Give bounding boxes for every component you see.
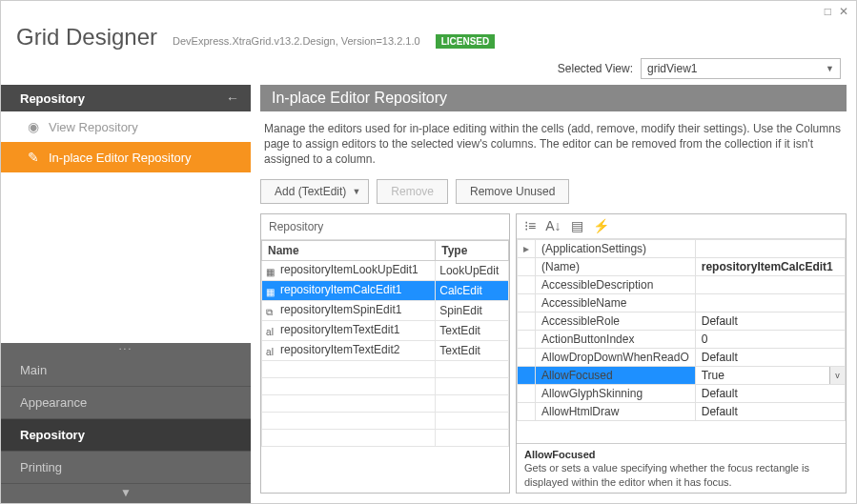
calc-icon: ▦ (266, 287, 277, 298)
pg-row[interactable]: AccessibleRoleDefault (518, 312, 846, 330)
text-icon: aI (266, 327, 277, 338)
pg-row[interactable]: AccessibleDescription (518, 275, 846, 293)
pg-value[interactable]: Default (695, 312, 845, 330)
pg-row[interactable]: AllowHtmlDrawDefault (518, 402, 846, 420)
remove-unused-button[interactable]: Remove Unused (456, 179, 569, 204)
pg-label: AllowHtmlDraw (536, 402, 696, 420)
empty-row (262, 412, 509, 429)
sidebar-section-header: Repository ← (1, 85, 251, 111)
repository-pane: Repository Name Type ▦repositoryItemLook… (260, 213, 510, 494)
pg-value[interactable] (695, 239, 845, 257)
table-row[interactable]: aIrepositoryItemTextEdit1 TextEdit (262, 320, 509, 340)
designer-window: □ ✕ Grid Designer DevExpress.XtraGrid.v1… (0, 0, 857, 504)
editor-toolbar: Add (TextEdit) ▼ Remove Remove Unused (260, 179, 847, 213)
property-help-panel: AllowFocused Gets or sets a value specif… (517, 443, 846, 493)
sidebar-nav-repository[interactable]: Repository (1, 419, 251, 452)
table-row[interactable]: ⧉repositoryItemSpinEdit1 SpinEdit (262, 300, 509, 320)
sidebar-nav-printing[interactable]: Printing (1, 452, 251, 484)
sidebar-item-inplace-editor-repository[interactable]: ✎ In-place Editor Repository (1, 142, 251, 172)
pg-value[interactable]: Default (695, 384, 845, 402)
col-header-type[interactable]: Type (436, 240, 509, 260)
sidebar-section-title: Repository (20, 91, 85, 106)
license-badge: LICENSED (436, 34, 496, 49)
col-header-name[interactable]: Name (262, 240, 436, 260)
property-grid: ▸(ApplicationSettings) (Name)repositoryI… (517, 239, 846, 421)
pg-value[interactable]: 0 (695, 330, 845, 348)
chevron-down-icon: ▼ (826, 64, 834, 73)
back-arrow-icon[interactable]: ← (226, 91, 239, 106)
table-row[interactable]: aIrepositoryItemTextEdit2 TextEdit (262, 340, 509, 360)
property-grid-pane: ⁝≡ A↓ ▤ ⚡ ▸(ApplicationSettings) (Name)r… (516, 213, 847, 494)
pg-row[interactable]: (Name)repositoryItemCalcEdit1 (518, 257, 846, 275)
chevron-down-icon: ▼ (352, 187, 360, 196)
pg-label: (ApplicationSettings) (536, 239, 696, 257)
empty-row (262, 360, 509, 377)
empty-row (262, 394, 509, 412)
alphabetical-icon[interactable]: A↓ (545, 218, 561, 233)
pg-row[interactable]: ▸(ApplicationSettings) (518, 239, 846, 257)
titlebar: □ ✕ (1, 1, 856, 20)
eye-icon: ◉ (28, 119, 39, 134)
cell-type: TextEdit (436, 340, 509, 360)
sidebar-divider[interactable]: ... (1, 343, 251, 354)
sidebar-nav-label: Appearance (20, 395, 87, 410)
sidebar-nav-label: Repository (20, 428, 85, 442)
assembly-label: DevExpress.XtraGrid.v13.2.Design, Versio… (173, 35, 420, 47)
remove-button[interactable]: Remove (377, 179, 448, 204)
pg-label: AccessibleDescription (536, 275, 696, 293)
sidebar-item-view-repository[interactable]: ◉ View Repository (1, 111, 251, 142)
sidebar-nav-appearance[interactable]: Appearance (1, 387, 251, 419)
pg-label: AllowGlyphSkinning (536, 384, 696, 402)
remove-unused-button-label: Remove Unused (470, 185, 555, 198)
events-icon[interactable]: ⚡ (593, 218, 609, 233)
selected-view-value: gridView1 (647, 62, 697, 75)
panel-title: In-place Editor Repository (260, 85, 847, 111)
cell-name: repositoryItemSpinEdit1 (280, 303, 401, 316)
selected-view-dropdown[interactable]: gridView1 ▼ (641, 58, 841, 79)
main-area: Repository ← ◉ View Repository ✎ In-plac… (1, 85, 856, 503)
pg-label: AllowFocused (536, 366, 696, 384)
maximize-icon[interactable]: □ (825, 5, 831, 18)
split-panes: Repository Name Type ▦repositoryItemLook… (260, 213, 847, 494)
cell-name: repositoryItemTextEdit2 (280, 343, 399, 356)
sidebar-nav-label: Main (20, 363, 47, 377)
categorized-icon[interactable]: ⁝≡ (524, 218, 536, 233)
table-row[interactable]: ▦repositoryItemLookUpEdit1 LookUpEdit (262, 260, 509, 280)
property-grid-body[interactable]: ▸(ApplicationSettings) (Name)repositoryI… (517, 239, 846, 444)
add-button[interactable]: Add (TextEdit) ▼ (260, 179, 369, 204)
pg-label: AccessibleName (536, 293, 696, 312)
sidebar-nav-main[interactable]: Main (1, 354, 251, 387)
pg-row[interactable]: AccessibleName (518, 293, 846, 312)
content-area: In-place Editor Repository Manage the ed… (251, 85, 856, 503)
sidebar-expand-icon[interactable]: ▼ (1, 484, 251, 503)
expand-icon[interactable]: ▸ (518, 239, 536, 257)
selected-view-label: Selected View: (558, 62, 633, 75)
selected-view-row: Selected View: gridView1 ▼ (1, 58, 856, 85)
pg-row[interactable]: AllowFocusedTruev (518, 366, 846, 384)
sidebar-item-label: In-place Editor Repository (49, 151, 192, 165)
empty-row (262, 429, 509, 446)
pg-row[interactable]: ActionButtonIndex0 (518, 330, 846, 348)
dropdown-handle-icon[interactable]: v (829, 367, 845, 384)
sidebar-nav-label: Printing (20, 460, 62, 474)
pg-value[interactable]: Default (695, 348, 845, 366)
pg-value[interactable]: Truev (695, 366, 845, 384)
property-pages-icon[interactable]: ▤ (571, 218, 583, 233)
close-icon[interactable]: ✕ (839, 5, 848, 18)
pg-label: (Name) (536, 257, 696, 275)
pg-label: AllowDropDownWhenReadO (536, 348, 696, 366)
edit-icon: ✎ (28, 150, 39, 165)
pg-row[interactable]: AllowGlyphSkinningDefault (518, 384, 846, 402)
pg-label: ActionButtonIndex (536, 330, 696, 348)
cell-type: SpinEdit (436, 300, 509, 320)
table-row[interactable]: ▦repositoryItemCalcEdit1 CalcEdit (262, 280, 509, 300)
repository-table[interactable]: Name Type ▦repositoryItemLookUpEdit1 Loo… (261, 240, 509, 447)
pg-value[interactable] (695, 293, 845, 312)
pg-label: AccessibleRole (536, 312, 696, 330)
pg-value[interactable]: repositoryItemCalcEdit1 (695, 257, 845, 275)
pg-value[interactable]: Default (695, 402, 845, 420)
cell-name: repositoryItemLookUpEdit1 (280, 263, 418, 276)
pg-row[interactable]: AllowDropDownWhenReadODefault (518, 348, 846, 366)
panel-description: Manage the editors used for in-place edi… (260, 121, 847, 179)
pg-value[interactable] (695, 275, 845, 293)
